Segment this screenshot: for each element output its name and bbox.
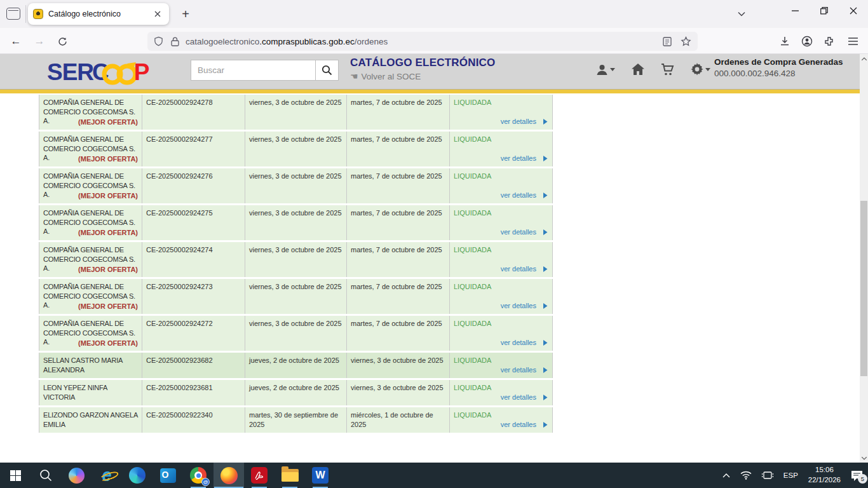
forward-icon[interactable]: → — [31, 33, 48, 50]
downloads-icon[interactable] — [776, 32, 794, 50]
list-tabs-chevron-icon[interactable] — [732, 6, 751, 22]
tab-close-icon[interactable] — [151, 8, 164, 20]
provider-cell: COMPAÑIA GENERAL DE COMERCIO COGECOMSA S… — [39, 279, 142, 314]
restore-button[interactable] — [810, 0, 839, 22]
firefox-view-icon[interactable] — [6, 8, 20, 20]
chevron-down-icon — [705, 68, 710, 71]
home-button[interactable] — [632, 64, 644, 75]
status-badge: LIQUIDADA — [454, 209, 491, 217]
word-icon: W — [312, 467, 329, 484]
chrome-button[interactable]: @ — [183, 463, 214, 488]
account-icon[interactable] — [798, 32, 816, 50]
table-row: COMPAÑIA GENERAL DE COMERCIO COGECOMSA S… — [39, 205, 553, 240]
table-row: COMPAÑIA GENERAL DE COMERCIO COGECOMSA S… — [39, 95, 553, 130]
status-cell: LIQUIDADA ver detalles — [450, 132, 553, 166]
page-title: CATÁLOGO ELECTRÓNICO — [350, 57, 495, 69]
ver-detalles-link[interactable]: ver detalles — [501, 338, 548, 348]
status-cell: LIQUIDADA ver detalles — [450, 279, 553, 314]
lock-icon[interactable] — [171, 37, 179, 46]
ver-detalles-link[interactable]: ver detalles — [501, 191, 548, 200]
browser-tab[interactable]: Catálogo electrónico — [28, 3, 169, 25]
clock-date: 22/1/2026 — [808, 475, 841, 485]
provider-cell: COMPAÑIA GENERAL DE COMERCIO COGECOMSA S… — [39, 132, 142, 166]
ver-detalles-link[interactable]: ver detalles — [501, 393, 548, 402]
ver-detalles-link[interactable]: ver detalles — [501, 301, 548, 311]
extensions-puzzle-icon[interactable] — [820, 32, 838, 50]
scroll-up-icon[interactable] — [860, 54, 868, 63]
copilot-button[interactable] — [61, 463, 92, 488]
file-explorer-button[interactable] — [275, 463, 305, 488]
language-indicator[interactable]: ESP — [783, 471, 798, 479]
settings-menu-button[interactable] — [691, 63, 710, 76]
search-icon — [39, 469, 52, 482]
issue-date-cell: viernes, 3 de octubre de 2025 — [245, 95, 347, 130]
arrow-right-icon — [539, 422, 548, 428]
outlook-icon — [160, 468, 176, 483]
user-menu-button[interactable] — [596, 64, 615, 76]
bookmark-star-icon[interactable] — [681, 36, 691, 46]
status-badge: LIQUIDADA — [454, 283, 491, 290]
cart-icon — [661, 64, 674, 76]
ver-detalles-link[interactable]: ver detalles — [501, 117, 548, 126]
arrow-right-icon — [539, 266, 548, 272]
best-offer-badge: (MEJOR OFERTA) — [78, 339, 138, 348]
url-text[interactable]: catalogoelectronico.compraspublicas.gob.… — [186, 37, 663, 46]
reader-mode-icon[interactable] — [663, 37, 672, 46]
ver-detalles-link[interactable]: ver detalles — [501, 264, 548, 274]
volver-al-soce-link[interactable]: ☚ Volver al SOCE — [350, 71, 495, 81]
orders-table: COMPAÑIA GENERAL DE COMERCIO COGECOMSA S… — [39, 95, 553, 435]
sercop-logo[interactable]: SERC P — [47, 58, 149, 86]
back-icon[interactable]: ← — [8, 33, 24, 50]
search-button[interactable] — [315, 60, 339, 81]
tray-chevron-up-icon[interactable] — [722, 473, 730, 478]
provider-cell: COMPAÑIA GENERAL DE COMERCIO COGECOMSA S… — [39, 205, 142, 240]
reload-icon[interactable] — [54, 33, 71, 50]
cart-button[interactable] — [661, 64, 674, 76]
delivery-date-cell: viernes, 3 de octubre de 2025 — [347, 353, 450, 378]
arrow-right-icon — [539, 156, 548, 161]
scroll-down-icon[interactable] — [860, 454, 868, 463]
menu-hamburger-icon[interactable] — [844, 32, 862, 50]
status-badge: LIQUIDADA — [454, 246, 491, 254]
order-code-cell: CE-20250002924274 — [142, 242, 245, 277]
gear-icon — [691, 63, 703, 76]
action-center-button[interactable]: 5 — [851, 470, 863, 481]
orders-generated-number: 000.000.002.946.428 — [714, 69, 851, 78]
new-tab-button[interactable]: + — [177, 5, 194, 23]
outlook-button[interactable] — [153, 463, 183, 488]
connect-display-icon[interactable] — [762, 471, 773, 480]
page-scrollbar[interactable] — [860, 54, 868, 463]
firefox-button[interactable] — [214, 463, 244, 488]
start-button[interactable] — [0, 463, 31, 488]
status-cell: LIQUIDADA ver detalles — [450, 316, 553, 351]
edge-button[interactable] — [122, 463, 153, 488]
ver-detalles-link[interactable]: ver detalles — [501, 227, 548, 237]
clock[interactable]: 15:06 22/1/2026 — [808, 465, 841, 485]
best-offer-badge: (MEJOR OFERTA) — [78, 191, 138, 201]
arrow-right-icon — [539, 340, 548, 346]
table-row: COMPAÑIA GENERAL DE COMERCIO COGECOMSA S… — [39, 132, 553, 166]
folder-icon — [281, 469, 299, 482]
ver-detalles-link[interactable]: ver detalles — [501, 154, 548, 163]
status-badge: LIQUIDADA — [454, 384, 491, 391]
status-cell: LIQUIDADA ver detalles — [450, 242, 553, 277]
ver-detalles-link[interactable]: ver detalles — [501, 420, 548, 430]
status-badge: LIQUIDADA — [454, 411, 491, 419]
search-icon — [322, 65, 332, 76]
search-input[interactable] — [191, 60, 315, 81]
order-code-cell: CE-20250002923682 — [142, 353, 245, 378]
internet-explorer-button[interactable]: e — [92, 463, 122, 488]
ver-detalles-link[interactable]: ver detalles — [501, 365, 548, 375]
taskbar-search-button[interactable] — [31, 463, 61, 488]
window-close-button[interactable] — [839, 0, 868, 22]
home-icon — [632, 64, 644, 75]
status-badge: LIQUIDADA — [454, 356, 491, 364]
scrollbar-thumb[interactable] — [860, 201, 867, 376]
tracking-shield-icon[interactable] — [154, 36, 163, 46]
acrobat-button[interactable] — [244, 463, 275, 488]
minimize-button[interactable] — [780, 0, 810, 22]
wifi-icon[interactable] — [740, 471, 752, 480]
url-bar[interactable]: catalogoelectronico.compraspublicas.gob.… — [147, 32, 698, 51]
word-button[interactable]: W — [305, 463, 336, 488]
table-row: LEON YEPEZ NINFA VICTORIA CE-20250002923… — [39, 380, 553, 405]
